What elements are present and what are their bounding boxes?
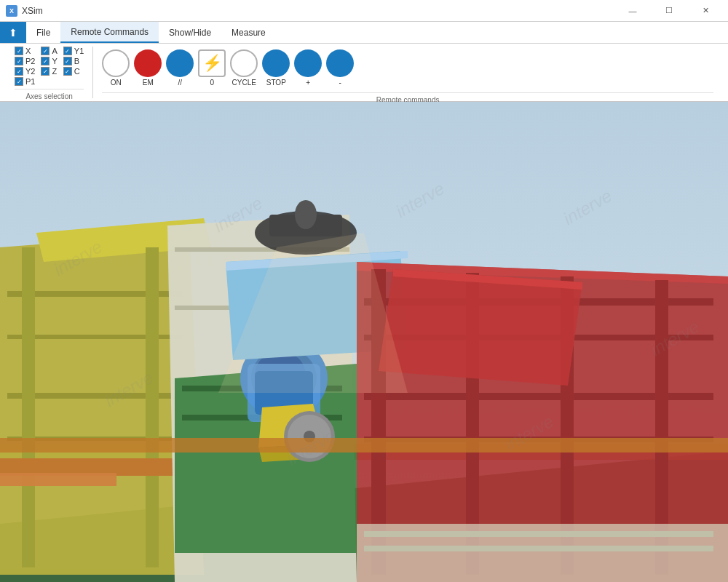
svg-rect-12 (0, 473, 116, 486)
remote-buttons: ON EM // ⚡ 0 CYCLE (102, 47, 713, 89)
axis-b-checkbox[interactable] (63, 57, 72, 65)
axis-y[interactable]: Y (41, 57, 57, 65)
close-button[interactable]: ✕ (689, 0, 722, 22)
cmd-stop-button[interactable] (262, 49, 290, 77)
app-icon: X (6, 5, 17, 17)
3d-viewport[interactable]: interve interve interve interve interve … (0, 102, 728, 582)
axes-section-label: Axes selection (15, 89, 84, 100)
axis-y1-label: Y1 (74, 47, 84, 55)
axis-y1-checkbox[interactable] (63, 47, 72, 55)
cmd-cycle-button[interactable] (230, 49, 258, 77)
cmd-cycle-group: CYCLE (230, 49, 258, 87)
window-title: XSim (22, 6, 43, 16)
window-controls: — ☐ ✕ (616, 0, 722, 22)
scene-svg: interve interve interve interve interve … (0, 102, 728, 582)
axis-b[interactable]: B (63, 57, 84, 65)
axis-c-label: C (74, 67, 80, 76)
cmd-plus-group: + (294, 49, 322, 87)
menu-remote-commands[interactable]: Remote Commands (60, 22, 159, 43)
cmd-on-label: ON (111, 79, 122, 87)
axis-x-label: X (25, 47, 31, 55)
cmd-parallel-label: // (178, 79, 183, 87)
cmd-minus-group: - (326, 49, 354, 87)
minimize-button[interactable]: — (616, 0, 649, 22)
axis-y-label: Y (52, 57, 57, 65)
cmd-minus-button[interactable] (326, 49, 354, 77)
axis-a-label: A (52, 47, 57, 55)
cmd-stop-group: STOP (262, 49, 290, 87)
menu-file[interactable]: File (26, 22, 60, 43)
axis-p1-label: P1 (25, 77, 35, 86)
axis-p2-checkbox[interactable] (15, 57, 23, 65)
cmd-stop-label: STOP (266, 79, 286, 87)
cmd-em-group: EM (134, 49, 162, 87)
axis-a-checkbox[interactable] (41, 47, 50, 55)
maximize-button[interactable]: ☐ (652, 0, 686, 22)
axes-section: X A Y1 P2 Y (6, 47, 93, 98)
cmd-parallel-group: // (166, 49, 194, 87)
cmd-plus-label: + (306, 79, 310, 87)
svg-rect-47 (364, 531, 713, 537)
home-icon: ⬆ (9, 27, 17, 39)
menu-show-hide[interactable]: Show/Hide (159, 22, 221, 43)
axis-z-label: Z (52, 67, 57, 76)
axis-z-checkbox[interactable] (41, 67, 50, 76)
axis-y2[interactable]: Y2 (15, 67, 35, 76)
menu-bar: ⬆ File Remote Commands Show/Hide Measure (0, 22, 728, 44)
axis-p1[interactable]: P1 (15, 77, 35, 86)
cmd-cycle-label: CYCLE (232, 79, 256, 87)
axis-x-checkbox[interactable] (15, 47, 23, 55)
cmd-on-button[interactable] (102, 49, 130, 77)
cmd-em-button[interactable] (134, 49, 162, 77)
remote-section: ON EM // ⚡ 0 CYCLE (93, 47, 722, 98)
ribbon: X A Y1 P2 Y (0, 44, 728, 102)
axis-a[interactable]: A (41, 47, 57, 55)
svg-point-28 (295, 200, 317, 229)
axis-p2[interactable]: P2 (15, 57, 35, 65)
home-button[interactable]: ⬆ (0, 22, 26, 43)
title-bar-left: X XSim (6, 5, 43, 17)
axis-b-label: B (74, 57, 79, 65)
axis-y2-label: Y2 (25, 67, 35, 76)
axes-content: X A Y1 P2 Y (15, 47, 84, 86)
lightning-icon: ⚡ (202, 54, 222, 73)
menu-measure[interactable]: Measure (221, 22, 276, 43)
axes-grid: X A Y1 P2 Y (15, 47, 84, 86)
cmd-zero-button[interactable]: ⚡ (198, 49, 226, 77)
axis-y1[interactable]: Y1 (63, 47, 84, 55)
cmd-on-group: ON (102, 49, 130, 87)
axis-p2-label: P2 (25, 57, 35, 65)
axis-x[interactable]: X (15, 47, 35, 55)
axis-p1-checkbox[interactable] (15, 77, 23, 86)
cmd-plus-button[interactable] (294, 49, 322, 77)
axis-y-checkbox[interactable] (41, 57, 50, 65)
axis-z[interactable]: Z (41, 67, 57, 76)
cmd-minus-label: - (339, 79, 341, 87)
title-bar: X XSim — ☐ ✕ (0, 0, 728, 22)
cmd-em-label: EM (143, 79, 154, 87)
cmd-zero-label: 0 (210, 79, 215, 87)
axis-c[interactable]: C (63, 67, 84, 76)
cmd-zero-group: ⚡ 0 (198, 49, 226, 87)
axis-c-checkbox[interactable] (63, 67, 72, 76)
svg-rect-48 (364, 546, 713, 551)
cmd-parallel-button[interactable] (166, 49, 194, 77)
svg-rect-50 (0, 438, 728, 453)
svg-rect-9 (22, 247, 35, 567)
svg-rect-10 (146, 247, 159, 567)
axis-y2-checkbox[interactable] (15, 67, 23, 76)
